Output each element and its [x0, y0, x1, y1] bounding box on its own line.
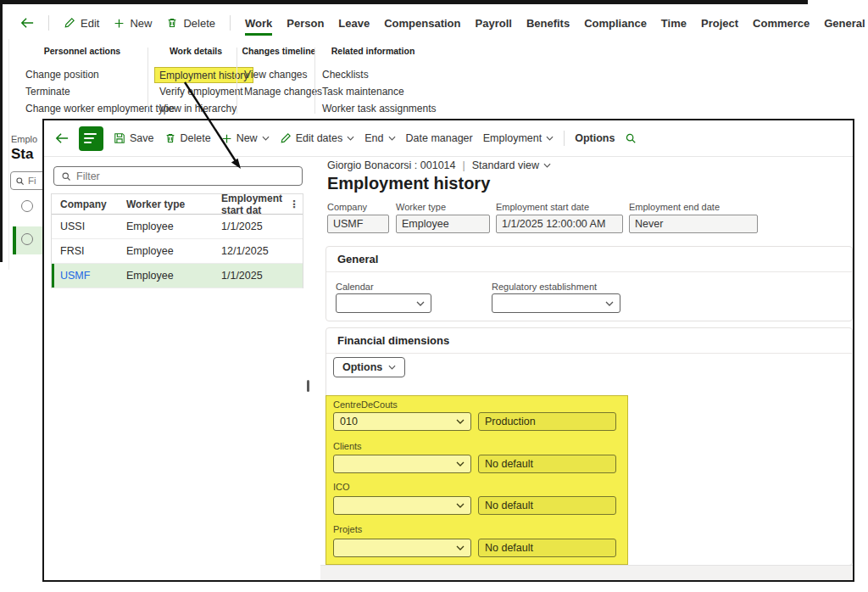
field-start-date: Employment start date 1/1/2025 12:00:00 … [496, 202, 623, 233]
field-value-link[interactable]: USMF [327, 215, 389, 233]
tab-person[interactable]: Person [287, 11, 324, 36]
field-value: Never [629, 215, 758, 233]
dimension-label: CentreDeCouts [333, 399, 398, 410]
table-row[interactable]: FRSI Employee 12/1/2025 [52, 239, 303, 264]
tab-project[interactable]: Project [701, 11, 738, 36]
cell-start-date: 1/1/2025 [221, 221, 303, 232]
back-icon[interactable] [20, 17, 34, 29]
menu-item-terminate[interactable]: Terminate [25, 84, 146, 101]
menu-item-checklists[interactable]: Checklists [322, 67, 428, 84]
filter-input[interactable] [76, 170, 280, 182]
column-worker-type[interactable]: Worker type [126, 198, 221, 210]
edit-dates-label: Edit dates [296, 132, 343, 144]
options-menu-button[interactable]: Options [575, 132, 615, 144]
regulatory-combobox[interactable] [492, 293, 620, 313]
row-radio[interactable] [21, 233, 33, 245]
table-row[interactable]: USSI Employee 1/1/2025 [52, 215, 303, 239]
tab-work[interactable]: Work [245, 11, 272, 36]
window-top-edge [0, 0, 808, 4]
page-heading: Sta [11, 146, 33, 163]
dimension-combobox[interactable] [333, 496, 471, 515]
menu-item-change-worker-employment-type[interactable]: Change worker employment type [25, 101, 146, 118]
group-work-details: Work details Employment history Verify e… [153, 46, 238, 118]
dimension-combobox[interactable] [333, 455, 471, 473]
section-header[interactable]: Financial dimensions [326, 328, 852, 354]
trash-icon [166, 17, 178, 29]
chevron-down-icon [262, 136, 270, 141]
group-title: Personnel actions [19, 46, 146, 56]
menu-item-manage-changes[interactable]: Manage changes [244, 84, 318, 101]
tab-time[interactable]: Time [661, 11, 687, 36]
group-personnel-actions: Personnel actions Change position Termin… [19, 46, 146, 118]
cell-company-link[interactable]: USMF [52, 270, 126, 282]
chevron-down-icon [456, 461, 465, 466]
menu-item-change-position[interactable]: Change position [25, 67, 146, 84]
chevron-down-icon [388, 136, 396, 141]
menu-item-employment-history[interactable]: Employment history [154, 67, 253, 83]
table-row-selected[interactable]: USMF Employee 1/1/2025 [52, 264, 303, 288]
tab-general[interactable]: General [824, 11, 865, 36]
tab-payroll[interactable]: Payroll [476, 11, 512, 36]
new-menu-button[interactable]: New [221, 132, 270, 144]
menu-item-verify-employment[interactable]: Verify employment [159, 84, 238, 101]
view-selector-label: Standard view [472, 159, 539, 171]
menu-item-view-in-hierarchy[interactable]: View in hierarchy [159, 101, 238, 118]
tab-benefits[interactable]: Benefits [526, 11, 570, 36]
tab-commerce[interactable]: Commerce [753, 11, 810, 36]
date-manager-label: Date manager [406, 132, 473, 144]
new-button[interactable]: New [114, 17, 152, 30]
regulatory-label: Regulatory establishment [492, 282, 597, 292]
section-header[interactable]: General [326, 247, 852, 272]
main-ribbon: Edit New Delete Work Person Leave Compen… [20, 9, 868, 36]
column-start-date[interactable]: Employment start dat [221, 193, 289, 216]
chevron-down-icon [456, 503, 465, 508]
employment-menu-button[interactable]: Employment [483, 132, 554, 144]
dimension-combobox[interactable] [333, 539, 471, 557]
column-company[interactable]: Company [52, 198, 126, 210]
dimension-label: ICO [333, 482, 350, 492]
back-icon[interactable] [55, 132, 69, 144]
dimensions-options-button[interactable]: Options [333, 357, 405, 377]
menu-item-task-maintenance[interactable]: Task maintenance [322, 84, 428, 101]
delete-button[interactable]: Delete [164, 132, 211, 144]
pencil-icon [64, 17, 75, 29]
cell-worker-type: Employee [126, 221, 221, 232]
cell-worker-type: Employee [126, 270, 221, 282]
delete-button[interactable]: Delete [166, 17, 215, 30]
cell-worker-type: Employee [126, 245, 221, 257]
horizontal-scrollbar[interactable] [320, 565, 854, 582]
edit-button[interactable]: Edit [64, 17, 99, 30]
menu-item-view-changes[interactable]: View changes [244, 67, 318, 84]
calendar-combobox[interactable] [336, 293, 431, 313]
tab-leave[interactable]: Leave [338, 11, 370, 36]
date-manager-button[interactable]: Date manager [406, 132, 473, 144]
dialog-toolbar: Save Delete New Edit dates End Date [44, 120, 853, 157]
expand-pane-button[interactable] [79, 126, 103, 151]
field-end-date: Employment end date Never [629, 202, 758, 233]
background-filter-input[interactable]: Fi [10, 171, 42, 190]
chevron-down-icon [605, 301, 614, 306]
search-icon[interactable] [625, 132, 637, 144]
record-breadcrumb: Giorgio Bonacorsi : 001014 | Standard vi… [327, 159, 551, 171]
dimension-combobox[interactable]: 010 [333, 412, 471, 431]
group-title: Related information [318, 46, 428, 56]
dimension-default: No default [478, 496, 616, 515]
dimension-default: Production [478, 412, 616, 431]
dimensions-highlight-block: CentreDeCouts 010 Production Clients No … [326, 395, 628, 565]
save-button[interactable]: Save [114, 132, 154, 144]
chevron-down-icon [546, 136, 554, 141]
options-button-label: Options [342, 361, 382, 373]
column-options-icon[interactable]: ⋮ [289, 198, 303, 210]
tab-compliance[interactable]: Compliance [584, 11, 647, 36]
chevron-down-icon [456, 419, 465, 424]
list-filter-box[interactable] [53, 166, 303, 186]
edit-dates-menu-button[interactable]: Edit dates [280, 132, 355, 144]
group-changes-timeline: Changes timeline View changes Manage cha… [240, 46, 318, 101]
row-radio[interactable] [21, 200, 33, 212]
view-selector[interactable]: Standard view [472, 159, 551, 171]
tab-compensation[interactable]: Compensation [384, 11, 460, 36]
menu-item-worker-task-assignments[interactable]: Worker task assignments [322, 101, 428, 118]
field-worker-type: Worker type Employee [396, 202, 490, 233]
end-menu-button[interactable]: End [364, 132, 395, 144]
pane-splitter-handle[interactable] [307, 380, 309, 392]
